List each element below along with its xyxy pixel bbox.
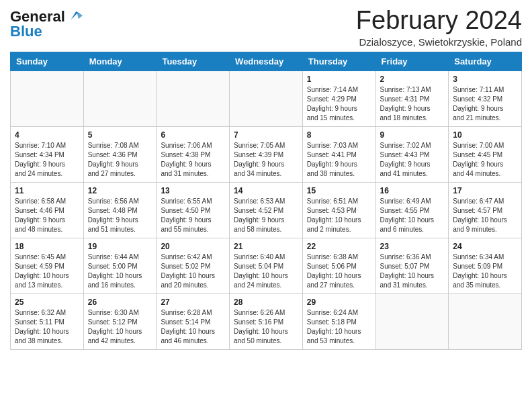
day-number: 17	[453, 186, 517, 195]
day-number: 13	[161, 186, 225, 195]
day-info: Sunrise: 7:05 AM Sunset: 4:39 PM Dayligh…	[234, 141, 298, 179]
calendar-cell: 25Sunrise: 6:32 AM Sunset: 5:11 PM Dayli…	[11, 293, 84, 349]
day-info: Sunrise: 7:06 AM Sunset: 4:38 PM Dayligh…	[161, 141, 225, 179]
day-number: 6	[161, 130, 225, 140]
calendar-cell: 5Sunrise: 7:08 AM Sunset: 4:36 PM Daylig…	[83, 126, 157, 182]
calendar-cell: 8Sunrise: 7:03 AM Sunset: 4:41 PM Daylig…	[302, 126, 375, 182]
calendar-cell: 23Sunrise: 6:36 AM Sunset: 5:07 PM Dayli…	[375, 238, 449, 293]
day-info: Sunrise: 7:00 AM Sunset: 4:45 PM Dayligh…	[453, 141, 517, 179]
day-number: 27	[161, 298, 225, 307]
day-info: Sunrise: 7:11 AM Sunset: 4:32 PM Dayligh…	[453, 85, 517, 123]
calendar-cell	[230, 71, 303, 126]
calendar-cell: 11Sunrise: 6:58 AM Sunset: 4:46 PM Dayli…	[11, 182, 84, 238]
calendar-cell: 1Sunrise: 7:14 AM Sunset: 4:29 PM Daylig…	[302, 71, 375, 126]
day-number: 20	[161, 242, 225, 251]
day-info: Sunrise: 6:45 AM Sunset: 4:59 PM Dayligh…	[15, 253, 79, 290]
calendar-cell: 14Sunrise: 6:53 AM Sunset: 4:52 PM Dayli…	[230, 182, 303, 238]
page: General Blue February 2024 Dzialoszyce, …	[0, 0, 532, 357]
header: General Blue February 2024 Dzialoszyce, …	[10, 7, 522, 48]
calendar-cell: 26Sunrise: 6:30 AM Sunset: 5:12 PM Dayli…	[83, 293, 157, 349]
calendar-week-0: 1Sunrise: 7:14 AM Sunset: 4:29 PM Daylig…	[11, 71, 522, 126]
day-number: 26	[88, 298, 152, 307]
day-number: 29	[307, 298, 371, 307]
calendar-header-row: Sunday Monday Tuesday Wednesday Thursday…	[11, 52, 522, 71]
calendar-cell	[375, 293, 449, 349]
day-number: 28	[234, 298, 298, 307]
day-info: Sunrise: 6:58 AM Sunset: 4:46 PM Dayligh…	[15, 197, 79, 234]
day-number: 25	[15, 298, 79, 307]
calendar-cell: 3Sunrise: 7:11 AM Sunset: 4:32 PM Daylig…	[449, 71, 522, 126]
col-tuesday: Tuesday	[157, 52, 230, 71]
calendar-cell: 18Sunrise: 6:45 AM Sunset: 4:59 PM Dayli…	[11, 238, 84, 293]
calendar-cell	[11, 71, 84, 126]
calendar-cell: 12Sunrise: 6:56 AM Sunset: 4:48 PM Dayli…	[83, 182, 157, 238]
day-number: 22	[307, 242, 371, 251]
day-info: Sunrise: 6:32 AM Sunset: 5:11 PM Dayligh…	[15, 308, 79, 346]
calendar-cell: 6Sunrise: 7:06 AM Sunset: 4:38 PM Daylig…	[157, 126, 230, 182]
day-number: 23	[380, 242, 445, 251]
day-info: Sunrise: 7:02 AM Sunset: 4:43 PM Dayligh…	[380, 141, 445, 179]
calendar-cell: 7Sunrise: 7:05 AM Sunset: 4:39 PM Daylig…	[230, 126, 303, 182]
calendar: Sunday Monday Tuesday Wednesday Thursday…	[10, 52, 522, 350]
calendar-cell	[449, 293, 522, 349]
col-wednesday: Wednesday	[230, 52, 303, 71]
calendar-cell: 24Sunrise: 6:34 AM Sunset: 5:09 PM Dayli…	[449, 238, 522, 293]
day-info: Sunrise: 6:30 AM Sunset: 5:12 PM Dayligh…	[88, 308, 152, 346]
col-sunday: Sunday	[11, 52, 84, 71]
day-info: Sunrise: 6:24 AM Sunset: 5:18 PM Dayligh…	[307, 308, 371, 346]
calendar-cell	[157, 71, 230, 126]
day-number: 3	[453, 75, 517, 84]
calendar-cell	[83, 71, 157, 126]
logo-line2: Blue	[10, 24, 83, 39]
day-number: 24	[453, 242, 517, 251]
day-number: 9	[380, 130, 445, 140]
day-info: Sunrise: 6:47 AM Sunset: 4:57 PM Dayligh…	[453, 197, 517, 234]
month-title: February 2024	[356, 7, 522, 35]
calendar-cell: 4Sunrise: 7:10 AM Sunset: 4:34 PM Daylig…	[11, 126, 84, 182]
day-number: 14	[234, 186, 298, 195]
calendar-cell: 19Sunrise: 6:44 AM Sunset: 5:00 PM Dayli…	[83, 238, 157, 293]
logo-line1: General	[10, 9, 65, 24]
calendar-cell: 28Sunrise: 6:26 AM Sunset: 5:16 PM Dayli…	[230, 293, 303, 349]
day-info: Sunrise: 6:36 AM Sunset: 5:07 PM Dayligh…	[380, 253, 445, 290]
calendar-cell: 22Sunrise: 6:38 AM Sunset: 5:06 PM Dayli…	[302, 238, 375, 293]
day-number: 15	[307, 186, 371, 195]
calendar-cell: 9Sunrise: 7:02 AM Sunset: 4:43 PM Daylig…	[375, 126, 449, 182]
title-section: February 2024 Dzialoszyce, Swietokrzyski…	[356, 7, 522, 48]
day-info: Sunrise: 6:34 AM Sunset: 5:09 PM Dayligh…	[453, 253, 517, 290]
day-number: 5	[88, 130, 152, 140]
day-info: Sunrise: 7:03 AM Sunset: 4:41 PM Dayligh…	[307, 141, 371, 179]
day-number: 21	[234, 242, 298, 251]
day-number: 1	[307, 75, 371, 84]
calendar-cell: 16Sunrise: 6:49 AM Sunset: 4:55 PM Dayli…	[375, 182, 449, 238]
day-info: Sunrise: 7:13 AM Sunset: 4:31 PM Dayligh…	[380, 85, 445, 123]
day-number: 16	[380, 186, 445, 195]
calendar-cell: 27Sunrise: 6:28 AM Sunset: 5:14 PM Dayli…	[157, 293, 230, 349]
day-info: Sunrise: 7:10 AM Sunset: 4:34 PM Dayligh…	[15, 141, 79, 179]
calendar-cell: 20Sunrise: 6:42 AM Sunset: 5:02 PM Dayli…	[157, 238, 230, 293]
day-info: Sunrise: 6:40 AM Sunset: 5:04 PM Dayligh…	[234, 253, 298, 290]
col-friday: Friday	[375, 52, 449, 71]
day-info: Sunrise: 6:26 AM Sunset: 5:16 PM Dayligh…	[234, 308, 298, 346]
day-number: 4	[15, 130, 79, 140]
day-number: 12	[88, 186, 152, 195]
calendar-week-2: 11Sunrise: 6:58 AM Sunset: 4:46 PM Dayli…	[11, 182, 522, 238]
logo-text: General Blue	[10, 9, 83, 39]
day-info: Sunrise: 6:44 AM Sunset: 5:00 PM Dayligh…	[88, 253, 152, 290]
calendar-week-4: 25Sunrise: 6:32 AM Sunset: 5:11 PM Dayli…	[11, 293, 522, 349]
logo-bird-icon	[66, 8, 83, 24]
calendar-cell: 21Sunrise: 6:40 AM Sunset: 5:04 PM Dayli…	[230, 238, 303, 293]
day-number: 2	[380, 75, 445, 84]
day-number: 19	[88, 242, 152, 251]
day-info: Sunrise: 6:55 AM Sunset: 4:50 PM Dayligh…	[161, 197, 225, 234]
day-info: Sunrise: 7:14 AM Sunset: 4:29 PM Dayligh…	[307, 85, 371, 123]
calendar-week-1: 4Sunrise: 7:10 AM Sunset: 4:34 PM Daylig…	[11, 126, 522, 182]
col-saturday: Saturday	[449, 52, 522, 71]
day-number: 8	[307, 130, 371, 140]
day-info: Sunrise: 6:42 AM Sunset: 5:02 PM Dayligh…	[161, 253, 225, 290]
day-info: Sunrise: 6:49 AM Sunset: 4:55 PM Dayligh…	[380, 197, 445, 234]
day-number: 7	[234, 130, 298, 140]
day-info: Sunrise: 7:08 AM Sunset: 4:36 PM Dayligh…	[88, 141, 152, 179]
day-number: 11	[15, 186, 79, 195]
location-title: Dzialoszyce, Swietokrzyskie, Poland	[356, 36, 522, 48]
